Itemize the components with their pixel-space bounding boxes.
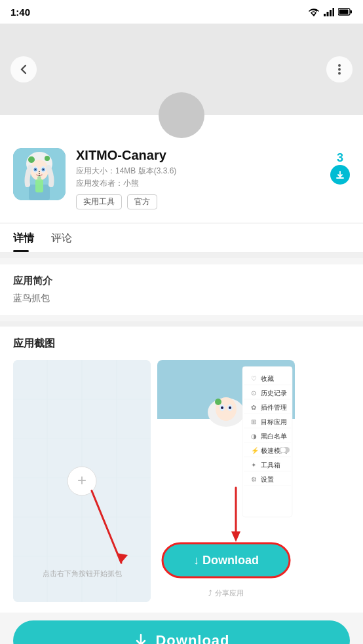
svg-point-46 xyxy=(229,406,231,409)
svg-text:工具箱: 工具箱 xyxy=(261,461,280,469)
app-tag-utility: 实用工具 xyxy=(76,194,122,209)
tab-details[interactable]: 详情 xyxy=(13,224,45,252)
svg-text:点击右下角按钮开始抓包: 点击右下角按钮开始抓包 xyxy=(43,569,122,577)
app-name: XITMO-Canary xyxy=(76,148,350,163)
status-bar: 1:40 xyxy=(0,0,363,24)
download-label: Download xyxy=(155,632,229,644)
description-card: 应用简介 蓝鸟抓包 xyxy=(0,264,363,315)
divider-2 xyxy=(0,321,363,327)
tab-reviews[interactable]: 评论 xyxy=(51,224,83,252)
screenshot-2: ♡ 收藏 ⊙ 历史记录 ✿ 插件管理 ⊞ 目标应用 ◑ 黑白名单 xyxy=(157,360,295,602)
svg-marker-78 xyxy=(231,531,240,542)
svg-text:收藏: 收藏 xyxy=(261,375,274,382)
svg-text:◑: ◑ xyxy=(251,433,257,440)
svg-point-17 xyxy=(35,169,36,170)
app-tag-official: 官方 xyxy=(127,194,157,209)
svg-text:历史记录: 历史记录 xyxy=(261,389,287,397)
app-size-label: 应用大小：14MB 版本(3.3.6) xyxy=(76,166,350,177)
svg-text:↓ Download: ↓ Download xyxy=(193,554,259,567)
svg-point-8 xyxy=(338,68,341,71)
download-icon xyxy=(133,633,149,644)
download-button[interactable]: Download xyxy=(13,620,350,644)
divider-1 xyxy=(0,253,363,258)
svg-point-20 xyxy=(43,169,44,170)
svg-text:⊞: ⊞ xyxy=(251,418,256,425)
tabs-section: 详情 评论 xyxy=(0,224,363,253)
svg-point-13 xyxy=(45,156,50,161)
svg-text:✿: ✿ xyxy=(251,404,256,411)
signal-icon xyxy=(324,7,334,16)
svg-point-44 xyxy=(221,406,223,409)
more-icon xyxy=(338,63,341,75)
wifi-icon xyxy=(308,7,320,16)
svg-text:⤴ 分享应用: ⤴ 分享应用 xyxy=(208,589,243,597)
app-icon-svg xyxy=(13,148,66,200)
svg-text:目标应用: 目标应用 xyxy=(261,418,287,425)
svg-text:+: + xyxy=(77,471,86,489)
screenshot-2-svg: ♡ 收藏 ⊙ 历史记录 ✿ 插件管理 ⊞ 目标应用 ◑ 黑白名单 xyxy=(157,360,295,602)
svg-text:黑白名单: 黑白名单 xyxy=(261,433,287,440)
app-icon-inner xyxy=(13,148,66,200)
svg-point-9 xyxy=(338,72,341,75)
more-button[interactable] xyxy=(326,56,353,82)
status-icons xyxy=(308,7,353,16)
description-title: 应用简介 xyxy=(13,275,350,287)
svg-point-23 xyxy=(37,176,41,180)
download-btn-container: Download xyxy=(0,613,363,644)
back-icon xyxy=(17,63,30,76)
svg-point-47 xyxy=(215,399,221,405)
svg-text:⚙: ⚙ xyxy=(251,476,257,483)
app-publisher-label: 应用发布者：小熊 xyxy=(76,178,350,189)
svg-text:✦: ✦ xyxy=(251,461,256,469)
description-content: 蓝鸟抓包 xyxy=(13,293,350,304)
version-number: 3 xyxy=(337,152,343,164)
svg-rect-3 xyxy=(333,8,335,16)
svg-text:⊙: ⊙ xyxy=(251,389,256,397)
screenshot-1: + 点击右下角按钮开始抓包 xyxy=(13,360,151,602)
version-download-icon xyxy=(330,165,350,185)
svg-text:♡: ♡ xyxy=(251,375,257,382)
app-details: XITMO-Canary 应用大小：14MB 版本(3.3.6) 应用发布者：小… xyxy=(76,148,350,209)
screenshot-1-svg: + 点击右下角按钮开始抓包 xyxy=(13,360,151,602)
header-avatar xyxy=(159,92,204,138)
version-badge: 3 xyxy=(330,152,350,185)
screenshots-title: 应用截图 xyxy=(13,337,350,351)
svg-rect-0 xyxy=(324,14,326,16)
svg-rect-1 xyxy=(327,12,329,16)
svg-text:插件管理: 插件管理 xyxy=(261,404,287,411)
back-button[interactable] xyxy=(10,56,37,82)
header-banner xyxy=(0,24,363,115)
battery-icon xyxy=(338,8,353,16)
app-tags: 实用工具 官方 xyxy=(76,194,350,209)
svg-rect-2 xyxy=(330,10,332,16)
svg-text:设置: 设置 xyxy=(261,476,274,483)
svg-rect-6 xyxy=(339,10,349,14)
svg-text:⚡: ⚡ xyxy=(251,446,259,455)
status-time: 1:40 xyxy=(10,7,30,18)
screenshots-container: + 点击右下角按钮开始抓包 xyxy=(13,360,350,602)
svg-rect-5 xyxy=(351,10,353,14)
svg-point-67 xyxy=(280,448,286,453)
svg-point-7 xyxy=(338,64,341,67)
app-icon xyxy=(13,148,66,200)
svg-rect-22 xyxy=(35,179,43,192)
screenshots-section: 应用截图 + 点击右下角按钮开始抓包 xyxy=(0,327,363,613)
